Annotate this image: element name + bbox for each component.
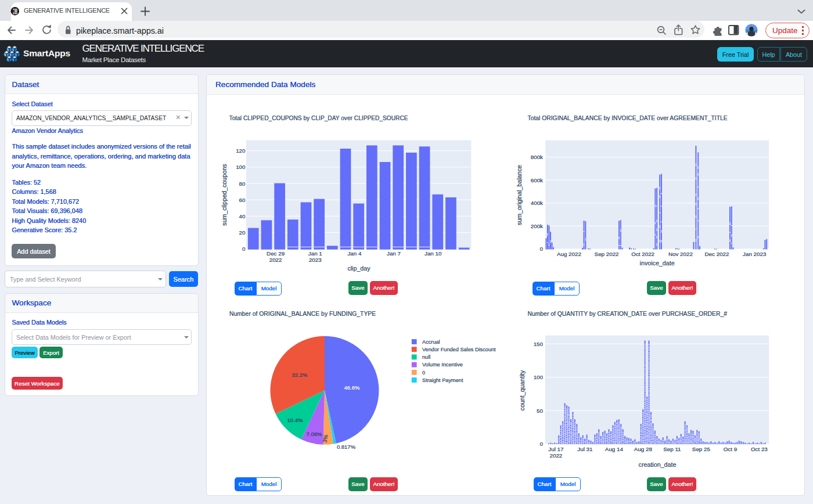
svg-text:Jan 1: Jan 1 — [308, 250, 322, 257]
svg-text:40: 40 — [239, 213, 246, 219]
svg-text:Straight Payment: Straight Payment — [422, 377, 463, 383]
svg-text:sum_original_balance: sum_original_balance — [516, 165, 523, 225]
svg-text:60: 60 — [239, 197, 246, 203]
svg-text:10.4%: 10.4% — [287, 417, 303, 423]
svg-text:7.08%: 7.08% — [307, 431, 322, 437]
svg-text:clip_day: clip_day — [347, 265, 370, 272]
svg-text:Number of ORIGINAL_BALANCE by: Number of ORIGINAL_BALANCE by FUNDING_TY… — [229, 311, 376, 317]
svg-text:Jan 7: Jan 7 — [387, 250, 401, 257]
svg-text:50: 50 — [537, 408, 543, 414]
svg-text:Oct 23: Oct 23 — [751, 446, 768, 452]
svg-text:count_quantity: count_quantity — [519, 370, 526, 411]
svg-text:Jan 4: Jan 4 — [347, 250, 362, 257]
svg-text:Sep 2022: Sep 2022 — [595, 251, 619, 257]
svg-text:Oct 9: Oct 9 — [724, 446, 737, 452]
svg-text:100: 100 — [534, 374, 544, 380]
svg-text:Jan 10: Jan 10 — [425, 250, 442, 257]
svg-text:20: 20 — [239, 229, 246, 236]
svg-text:creation_date: creation_date — [639, 461, 677, 468]
svg-text:0: 0 — [540, 441, 544, 447]
svg-text:Jul 31: Jul 31 — [577, 446, 592, 452]
svg-text:0.817%: 0.817% — [337, 444, 356, 450]
svg-text:Jan 2023: Jan 2023 — [743, 251, 767, 257]
svg-text:0: 0 — [540, 246, 544, 252]
svg-text:invoice_date: invoice_date — [640, 260, 675, 267]
svg-text:Dec 2022: Dec 2022 — [705, 251, 729, 257]
svg-text:2022: 2022 — [550, 452, 563, 459]
svg-text:Aug 2022: Aug 2022 — [557, 251, 581, 257]
svg-text:600k: 600k — [531, 177, 543, 183]
svg-text:Volume Incentive: Volume Incentive — [422, 362, 463, 368]
svg-text:80: 80 — [239, 181, 246, 187]
svg-text:Jul 17: Jul 17 — [548, 446, 563, 452]
svg-text:sum_clipped_coupons: sum_clipped_coupons — [221, 164, 228, 225]
svg-text:150: 150 — [534, 341, 544, 347]
svg-text:Nov 2022: Nov 2022 — [668, 251, 693, 257]
svg-text:Vendor Funded Sales Discount: Vendor Funded Sales Discount — [422, 347, 496, 352]
svg-text:Dec 29: Dec 29 — [267, 250, 285, 257]
svg-text:46.6%: 46.6% — [344, 384, 360, 391]
svg-text:Total ORIGINAL_BALANCE by INVO: Total ORIGINAL_BALANCE by INVOICE_DATE o… — [528, 115, 728, 121]
svg-text:Number of QUANTITY by CREATION: Number of QUANTITY by CREATION_DATE over… — [528, 311, 728, 317]
svg-text:800k: 800k — [531, 154, 543, 160]
svg-text:null: null — [422, 354, 430, 360]
svg-text:Accrual: Accrual — [422, 339, 440, 345]
svg-text:Total CLIPPED_COUPONS by CLIP_: Total CLIPPED_COUPONS by CLIP_DAY over C… — [229, 115, 408, 121]
svg-text:400k: 400k — [531, 200, 543, 206]
svg-text:100: 100 — [236, 164, 246, 170]
svg-text:Oct 2022: Oct 2022 — [631, 251, 654, 257]
svg-text:0: 0 — [422, 370, 425, 376]
svg-text:0: 0 — [242, 246, 246, 252]
svg-text:32.2%: 32.2% — [292, 372, 308, 378]
svg-text:2022: 2022 — [269, 257, 282, 263]
svg-text:200k: 200k — [531, 223, 543, 229]
svg-text:Sep 11: Sep 11 — [663, 446, 681, 452]
svg-text:120: 120 — [236, 147, 246, 154]
svg-text:Sep 25: Sep 25 — [692, 446, 711, 452]
svg-text:Aug 14: Aug 14 — [605, 446, 624, 452]
svg-text:Aug 28: Aug 28 — [634, 446, 653, 452]
svg-text:2023: 2023 — [309, 257, 322, 263]
